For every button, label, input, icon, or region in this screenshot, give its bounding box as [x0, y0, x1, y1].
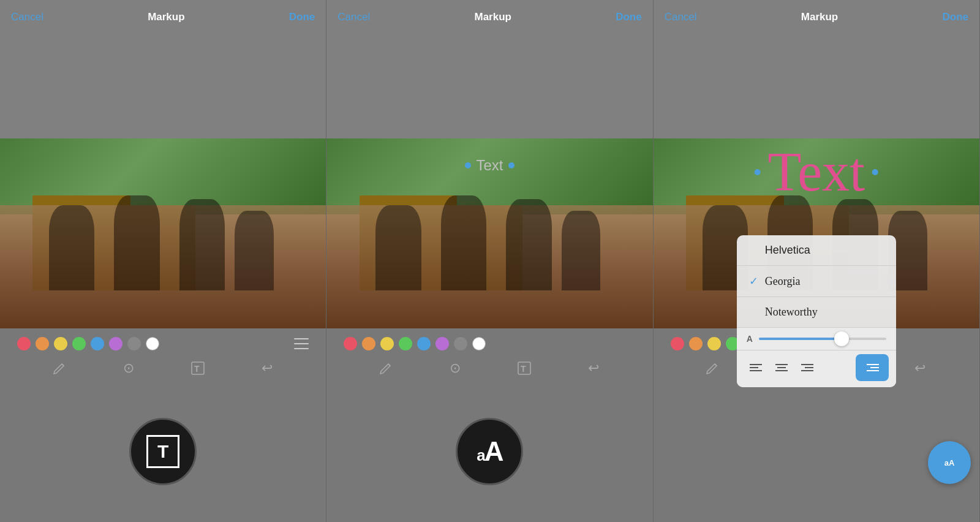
- pencil-tool-2[interactable]: [377, 359, 395, 377]
- gray-area-3: [654, 34, 979, 138]
- font-size-button-2[interactable]: a A: [456, 418, 523, 485]
- font-option-georgia[interactable]: ✓ Georgia: [737, 266, 896, 297]
- title-1: Markup: [148, 11, 184, 23]
- color-dots-2: [344, 337, 635, 350]
- color-dot-purple-1[interactable]: [109, 337, 123, 350]
- color-dot-yellow-2[interactable]: [380, 337, 394, 350]
- menu-icon-1[interactable]: [294, 338, 309, 349]
- text-annotation-2: Text: [465, 157, 514, 174]
- color-dot-orange-1[interactable]: [36, 337, 49, 350]
- cancel-button-1[interactable]: Cancel: [11, 11, 43, 23]
- color-dot-orange-3[interactable]: [689, 337, 703, 350]
- color-dot-pink-1[interactable]: [17, 337, 31, 350]
- annotation-text-2: Text: [476, 157, 503, 174]
- undo-tool-2[interactable]: ↩: [584, 359, 603, 377]
- top-bar-2: Cancel Markup Done: [326, 0, 652, 34]
- aa-icon-3: aA: [944, 459, 955, 467]
- cancel-button-3[interactable]: Cancel: [665, 11, 697, 23]
- title-2: Markup: [474, 11, 511, 23]
- color-dot-blue-1[interactable]: [91, 337, 104, 350]
- color-dot-yellow-1[interactable]: [54, 337, 67, 350]
- color-dot-white-1[interactable]: [146, 337, 159, 350]
- color-dot-gray-2[interactable]: [454, 337, 467, 350]
- lasso-tool-1[interactable]: ⊙: [119, 359, 138, 377]
- font-size-slider[interactable]: [759, 338, 886, 340]
- done-button-2[interactable]: Done: [616, 11, 642, 23]
- panel-2: Cancel Markup Done Text: [326, 0, 653, 522]
- color-dot-gray-1[interactable]: [127, 337, 141, 350]
- font-size-section: A: [737, 327, 896, 350]
- photo-2: Text: [326, 138, 652, 328]
- top-bar-3: Cancel Markup Done: [654, 0, 979, 34]
- pencil-tool-1[interactable]: [50, 359, 69, 377]
- color-dot-orange-2[interactable]: [362, 337, 375, 350]
- font-picker-button-3[interactable]: aA: [928, 441, 971, 484]
- big-text-annotation-3: Text: [754, 145, 878, 200]
- checkmark-georgia: ✓: [749, 274, 759, 288]
- tool-icons-2: ⊙ T ↩: [336, 355, 643, 382]
- panel-3: Cancel Markup Done Text Helvetica: [654, 0, 980, 522]
- color-dot-yellow-3[interactable]: [707, 337, 721, 350]
- panel-1: Cancel Markup Done: [0, 0, 326, 522]
- gray-area-2: [326, 34, 652, 138]
- pencil-tool-3[interactable]: [703, 359, 722, 377]
- textbox-tool-2[interactable]: T: [515, 359, 533, 377]
- svg-text:T: T: [194, 364, 200, 374]
- textbox-tool-1[interactable]: T: [189, 359, 207, 377]
- font-name-georgia: Georgia: [765, 275, 801, 288]
- aa-label-2: a A: [477, 436, 502, 467]
- color-dot-pink-3[interactable]: [671, 337, 684, 350]
- title-3: Markup: [801, 11, 838, 23]
- undo-tool-1[interactable]: ↩: [258, 359, 276, 377]
- lasso-tool-2[interactable]: ⊙: [446, 359, 464, 377]
- undo-tool-3[interactable]: ↩: [911, 359, 929, 377]
- color-dot-pink-2[interactable]: [344, 337, 357, 350]
- color-dot-purple-2[interactable]: [435, 337, 449, 350]
- color-dot-white-2[interactable]: [472, 337, 486, 350]
- font-name-helvetica: Helvetica: [765, 244, 810, 257]
- text-tool-button-1[interactable]: T: [129, 418, 197, 485]
- big-text-dot-right-3: [872, 169, 878, 175]
- annotation-dot-left-2: [465, 162, 471, 168]
- photo-1: [0, 138, 326, 328]
- tool-icons-1: ⊙ T ↩: [10, 355, 316, 382]
- font-option-helvetica[interactable]: Helvetica: [737, 235, 896, 266]
- cancel-button-2[interactable]: Cancel: [337, 11, 370, 23]
- align-left-btn[interactable]: [744, 358, 767, 377]
- color-dot-blue-2[interactable]: [417, 337, 431, 350]
- done-button-1[interactable]: Done: [289, 11, 315, 23]
- font-picker-3: Helvetica ✓ Georgia Noteworthy A: [737, 235, 896, 387]
- big-text-label-3: Text: [767, 145, 865, 200]
- done-button-3[interactable]: Done: [942, 11, 968, 23]
- color-dots-1: [17, 337, 289, 350]
- svg-text:T: T: [521, 364, 526, 374]
- annotation-dot-right-2: [508, 162, 514, 168]
- font-option-noteworthy[interactable]: Noteworthy: [737, 297, 896, 327]
- font-size-label: A: [747, 334, 753, 344]
- align-right-btn[interactable]: [796, 358, 819, 377]
- text-t-icon-1: T: [146, 435, 179, 468]
- color-dot-green-2[interactable]: [399, 337, 412, 350]
- slider-thumb[interactable]: [834, 331, 849, 346]
- font-name-noteworthy: Noteworthy: [765, 306, 818, 319]
- align-active-btn[interactable]: [856, 354, 889, 381]
- top-bar-1: Cancel Markup Done: [0, 0, 326, 34]
- color-dot-green-1[interactable]: [72, 337, 86, 350]
- photo-bg-1: [0, 138, 326, 328]
- align-section: [737, 350, 896, 387]
- gray-area-1: [0, 34, 326, 138]
- align-center-btn[interactable]: [770, 358, 793, 377]
- big-text-dot-left-3: [754, 169, 760, 175]
